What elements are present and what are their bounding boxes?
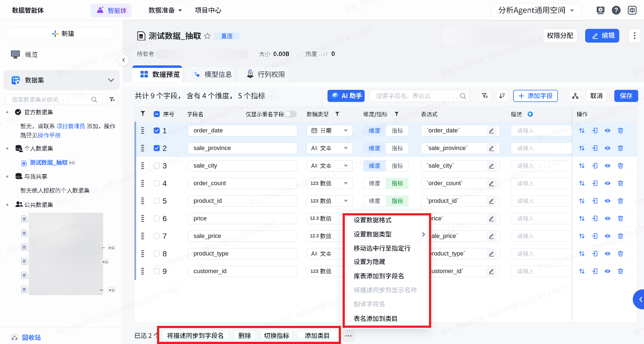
svg-text:?: ? [614, 7, 618, 14]
